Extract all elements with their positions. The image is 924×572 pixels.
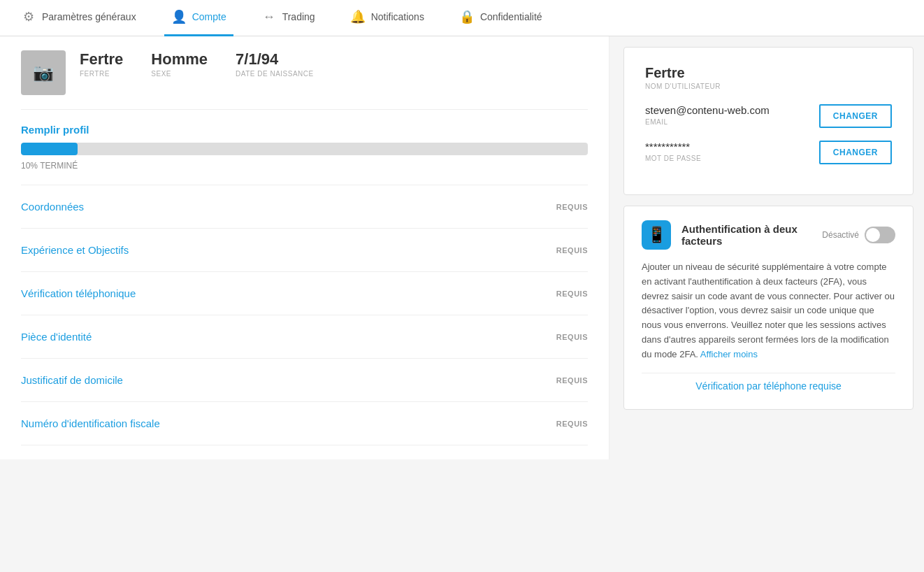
nav-label-trading: Trading xyxy=(282,11,315,22)
fill-profile-label[interactable]: Remplir profil xyxy=(21,124,588,136)
password-field-row: *********** MOT DE PASSE CHANGER xyxy=(645,141,892,164)
progress-bar-fill xyxy=(21,143,78,155)
left-panel: 📷 Fertre FERTRE Homme SEXE 7/1/94 DATE D… xyxy=(0,36,609,459)
twofa-title: Authentification à deux facteurs xyxy=(681,223,811,247)
avatar[interactable]: 📷 xyxy=(21,50,66,95)
camera-icon: 📷 xyxy=(33,63,54,83)
section-badge-fiscal: REQUIS xyxy=(556,420,588,428)
twofa-toggle-label: Désactivé xyxy=(822,230,859,240)
profile-name: Fertre xyxy=(80,50,123,69)
twofa-header: 📱 Authentification à deux facteurs Désac… xyxy=(642,220,895,250)
twofa-toggle-group: Désactivé xyxy=(822,227,895,243)
section-badge-verification: REQUIS xyxy=(556,289,588,298)
section-identite[interactable]: Pièce d'identité REQUIS xyxy=(21,315,588,359)
profile-gender-col: Homme SEXE xyxy=(151,50,208,78)
settings-icon: ⚙ xyxy=(21,9,36,24)
section-badge-domicile: REQUIS xyxy=(556,376,588,385)
nav-label-compte: Compte xyxy=(192,11,226,22)
profile-gender-label: SEXE xyxy=(151,70,208,78)
profile-name-label: FERTRE xyxy=(80,70,123,78)
fill-profile-section: Remplir profil 10% TERMINÉ xyxy=(21,110,588,171)
profile-birthdate-label: DATE DE NAISSANCE xyxy=(236,70,314,78)
section-fiscal[interactable]: Numéro d'identification fiscale REQUIS xyxy=(21,402,588,445)
section-label-verification: Vérification téléphonique xyxy=(21,287,136,299)
phone-icon: 📱 xyxy=(647,226,666,244)
profile-gender: Homme xyxy=(151,50,208,69)
email-field-row: steven@contenu-web.com EMAIL CHANGER xyxy=(645,104,892,128)
section-badge-experience: REQUIS xyxy=(556,246,588,255)
password-field-info: *********** MOT DE PASSE xyxy=(645,141,701,162)
email-value: steven@contenu-web.com xyxy=(645,104,770,116)
password-value: *********** xyxy=(645,141,701,152)
email-field-info: steven@contenu-web.com EMAIL xyxy=(645,104,770,126)
nav-label-confidentialite: Confidentialité xyxy=(480,11,542,22)
account-username: Fertre xyxy=(645,65,892,81)
nav-label-parametres: Paramètres généraux xyxy=(42,11,136,22)
twofa-card: 📱 Authentification à deux facteurs Désac… xyxy=(623,206,914,410)
account-icon: 👤 xyxy=(171,9,187,24)
top-navigation: ⚙ Paramètres généraux 👤 Compte ↔ Trading… xyxy=(0,0,924,36)
twofa-toggle-switch[interactable] xyxy=(865,227,895,243)
twofa-description-text: Ajouter un niveau de sécurité supplément… xyxy=(642,262,895,359)
section-badge-coordonnees: REQUIS xyxy=(556,203,588,211)
section-domicile[interactable]: Justificatif de domicile REQUIS xyxy=(21,359,588,402)
section-experience[interactable]: Expérience et Objectifs REQUIS xyxy=(21,229,588,272)
nav-label-notifications: Notifications xyxy=(371,11,424,22)
notifications-icon: 🔔 xyxy=(350,9,366,24)
section-verification[interactable]: Vérification téléphonique REQUIS xyxy=(21,272,588,315)
nav-item-notifications[interactable]: 🔔 Notifications xyxy=(343,0,431,36)
toggle-knob xyxy=(866,228,880,242)
change-email-button[interactable]: CHANGER xyxy=(819,104,892,128)
lock-icon: 🔒 xyxy=(459,9,475,24)
verify-phone-link[interactable]: Vérification par téléphone requise xyxy=(642,373,895,395)
show-less-link[interactable]: Afficher moins xyxy=(700,349,758,359)
twofa-icon-box: 📱 xyxy=(642,220,671,250)
nav-item-confidentialite[interactable]: 🔒 Confidentialité xyxy=(452,0,549,36)
section-badge-identite: REQUIS xyxy=(556,333,588,341)
trading-icon: ↔ xyxy=(261,9,277,24)
profile-birthdate: 7/1/94 xyxy=(236,50,314,69)
section-label-experience: Expérience et Objectifs xyxy=(21,244,129,256)
email-label: EMAIL xyxy=(645,118,770,126)
section-label-coordonnees: Coordonnées xyxy=(21,201,84,213)
account-username-label: NOM D'UTILISATEUR xyxy=(645,83,892,90)
twofa-description: Ajouter un niveau de sécurité supplément… xyxy=(642,260,895,362)
password-label: MOT DE PASSE xyxy=(645,155,701,162)
section-label-identite: Pièce d'identité xyxy=(21,331,92,343)
section-label-fiscal: Numéro d'identification fiscale xyxy=(21,417,160,429)
right-panel: Fertre NOM D'UTILISATEUR steven@contenu-… xyxy=(623,36,924,459)
change-password-button[interactable]: CHANGER xyxy=(819,141,892,164)
nav-item-parametres[interactable]: ⚙ Paramètres généraux xyxy=(14,0,143,36)
avatar-inner: 📷 xyxy=(21,50,66,95)
nav-item-compte[interactable]: 👤 Compte xyxy=(164,0,233,36)
profile-birthdate-col: 7/1/94 DATE DE NAISSANCE xyxy=(236,50,314,78)
progress-bar-wrap xyxy=(21,143,588,155)
section-coordonnees[interactable]: Coordonnées REQUIS xyxy=(21,185,588,229)
section-label-domicile: Justificatif de domicile xyxy=(21,374,123,386)
account-card: Fertre NOM D'UTILISATEUR steven@contenu-… xyxy=(623,47,914,195)
profile-header: 📷 Fertre FERTRE Homme SEXE 7/1/94 DATE D… xyxy=(21,50,588,95)
progress-text: 10% TERMINÉ xyxy=(21,161,588,171)
nav-item-trading[interactable]: ↔ Trading xyxy=(254,0,322,36)
profile-name-col: Fertre FERTRE xyxy=(80,50,123,78)
main-content: 📷 Fertre FERTRE Homme SEXE 7/1/94 DATE D… xyxy=(0,36,924,459)
profile-info-grid: Fertre FERTRE Homme SEXE 7/1/94 DATE DE … xyxy=(80,50,588,78)
